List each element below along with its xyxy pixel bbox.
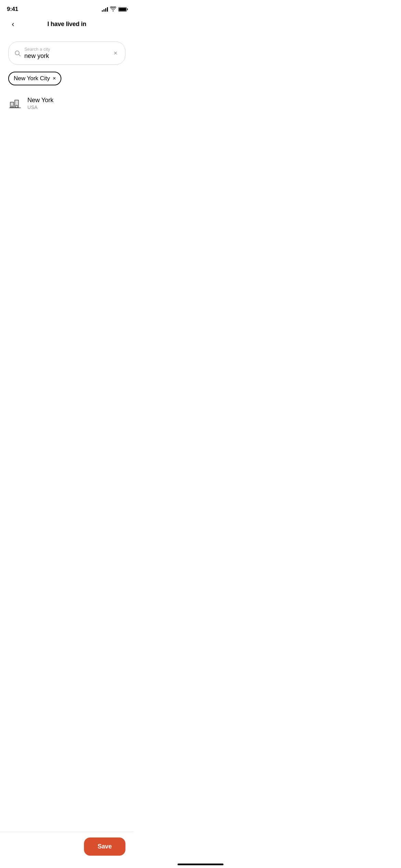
back-button[interactable]: ‹ — [7, 18, 19, 31]
results-list: New York USA — [8, 92, 125, 114]
clear-icon: × — [114, 50, 118, 57]
search-input[interactable]: new york — [24, 52, 108, 60]
search-container: Search a city new york × — [8, 41, 125, 65]
city-icon — [8, 96, 22, 110]
battery-icon — [118, 7, 127, 12]
page-title: I have lived in — [47, 21, 86, 28]
wifi-icon — [110, 7, 116, 12]
svg-line-1 — [19, 55, 21, 56]
result-item-new-york[interactable]: New York USA — [8, 92, 125, 114]
search-placeholder: Search a city — [24, 47, 108, 52]
tag-label: New York City — [14, 75, 50, 82]
svg-rect-15 — [16, 105, 17, 108]
header: ‹ I have lived in — [0, 16, 134, 35]
tag-remove-icon[interactable]: × — [53, 76, 56, 81]
result-text: New York USA — [27, 97, 53, 110]
clear-search-button[interactable]: × — [111, 49, 120, 57]
status-bar: 9:41 — [0, 0, 134, 16]
result-city-name: New York — [27, 97, 53, 104]
signal-icon — [102, 7, 108, 12]
selected-tags-row: New York City × — [8, 72, 125, 85]
selected-tag-new-york-city[interactable]: New York City × — [8, 72, 61, 85]
status-time: 9:41 — [7, 6, 18, 13]
result-country-name: USA — [27, 105, 53, 110]
svg-rect-7 — [11, 106, 13, 108]
search-icon — [14, 50, 21, 57]
chevron-left-icon: ‹ — [12, 21, 14, 28]
status-icons — [102, 7, 127, 12]
svg-rect-2 — [10, 102, 14, 108]
search-input-wrapper[interactable]: Search a city new york × — [8, 41, 125, 65]
search-input-inner: Search a city new york — [24, 47, 108, 60]
content: Search a city new york × New York City × — [0, 35, 134, 114]
svg-rect-8 — [15, 100, 19, 108]
